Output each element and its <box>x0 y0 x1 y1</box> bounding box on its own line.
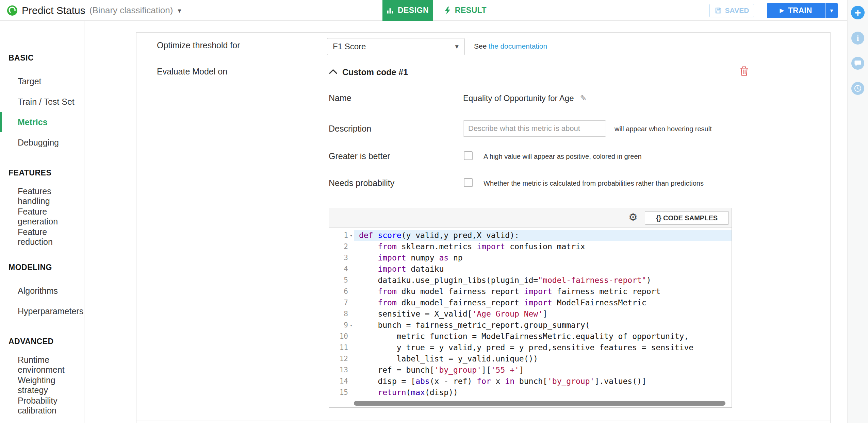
code-line-12[interactable]: 12 label_list = y_valid.unique()) <box>329 353 732 365</box>
sidebar-item-hyperparameters[interactable]: Hyperparameters <box>0 301 84 321</box>
result-icon <box>444 6 451 15</box>
code-line-4[interactable]: 4 import dataiku <box>329 264 732 275</box>
plus-icon: + <box>855 7 861 18</box>
title-caret-icon[interactable]: ▾ <box>178 6 181 15</box>
doc-prefix: See <box>474 42 487 50</box>
sidebar-item-probability-calibration[interactable]: Probability calibration <box>0 395 84 416</box>
code-fold-icon[interactable]: ▾ <box>348 320 354 331</box>
code-text: ref = bunch['by_group']['55 +'] <box>354 365 732 376</box>
code-line-6[interactable]: 6 from dku_model_fairness_report import … <box>329 286 732 297</box>
design-icon <box>387 7 394 14</box>
needs-probability-hint: Whether the metric is calculated from pr… <box>484 180 704 187</box>
tab-result[interactable]: RESULT <box>440 0 491 21</box>
tab-design-label: DESIGN <box>398 6 429 15</box>
line-number: 14 <box>329 376 348 387</box>
sidebar-section-title: BASIC <box>0 45 84 71</box>
train-options-button[interactable]: ▾ <box>825 3 838 18</box>
sidebar-item-feature-generation[interactable]: Feature generation <box>0 206 84 227</box>
code-line-9[interactable]: 9▾ bunch = fairness_metric_report.group_… <box>329 320 732 331</box>
line-number: 9 <box>329 320 348 331</box>
comment-icon <box>854 60 862 67</box>
code-text: bunch = fairness_metric_report.group_sum… <box>354 320 732 331</box>
code-line-11[interactable]: 11 y_true = y_valid,y_pred = y_pred,sens… <box>329 342 732 353</box>
code-fold-spacer <box>348 387 354 398</box>
code-fold-spacer <box>348 252 354 264</box>
code-text: from dku_model_fairness_report import Mo… <box>354 297 732 308</box>
select-caret-icon: ▼ <box>454 44 460 50</box>
sidebar-item-target[interactable]: Target <box>0 71 84 91</box>
code-line-1[interactable]: 1▾def score(y_valid,y_pred,X_valid): <box>329 230 732 241</box>
code-fold-spacer <box>348 241 354 252</box>
custom-code-title: Custom code #1 <box>342 67 408 77</box>
comments-button[interactable] <box>851 57 864 70</box>
sidebar-section-title: MODELING <box>0 254 84 281</box>
sidebar-section: ADVANCEDRuntime environmentWeighting str… <box>0 328 84 416</box>
documentation-link[interactable]: the documentation <box>488 42 547 50</box>
greater-is-better-label: Greater is better <box>329 151 390 161</box>
code-line-15[interactable]: 15 return(max(disp)) <box>329 387 732 398</box>
code-text: return(max(disp)) <box>354 387 732 398</box>
caret-down-icon: ▾ <box>830 7 833 14</box>
sidebar-item-metrics[interactable]: Metrics <box>0 112 84 132</box>
code-line-7[interactable]: 7 from dku_model_fairness_report import … <box>329 297 732 308</box>
horizontal-scrollbar[interactable] <box>354 401 725 406</box>
delete-metric-button[interactable] <box>739 66 749 76</box>
evaluate-model-label: Evaluate Model on <box>157 67 227 77</box>
clock-icon <box>854 85 862 92</box>
editor-settings-gear-icon[interactable]: ⚙ <box>628 212 638 222</box>
greater-is-better-checkbox[interactable] <box>464 151 473 160</box>
sidebar-sections: BASICTargetTrain / Test SetMetricsDebugg… <box>0 45 84 416</box>
code-fold-spacer <box>348 275 354 286</box>
sidebar-item-feature-reduction[interactable]: Feature reduction <box>0 227 84 247</box>
sidebar-item-train-test-set[interactable]: Train / Test Set <box>0 91 84 112</box>
code-line-13[interactable]: 13 ref = bunch['by_group']['55 +'] <box>329 365 732 376</box>
code-text: import dataiku <box>354 264 732 275</box>
sidebar-item-algorithms[interactable]: Algorithms <box>0 281 84 301</box>
line-number: 13 <box>329 365 348 376</box>
sidebar-section: MODELINGAlgorithmsHyperparameters <box>0 254 84 321</box>
code-fold-spacer <box>348 308 354 320</box>
line-number: 8 <box>329 308 348 320</box>
add-button[interactable]: + <box>851 6 865 19</box>
needs-probability-checkbox[interactable] <box>464 178 473 187</box>
right-utility-strip: + i <box>847 0 868 423</box>
code-samples-button[interactable]: {} CODE SAMPLES <box>645 211 729 225</box>
info-icon: i <box>857 34 859 43</box>
saved-button[interactable]: SAVED <box>709 4 754 17</box>
history-button[interactable] <box>851 82 864 95</box>
edit-name-button[interactable]: ✎ <box>580 94 587 103</box>
code-line-5[interactable]: 5 dataiku.use_plugin_libs(plugin_id="mod… <box>329 275 732 286</box>
code-line-3[interactable]: 3 import numpy as np <box>329 252 732 264</box>
code-text: y_true = y_valid,y_pred = y_pred,sensiti… <box>354 342 732 353</box>
code-area[interactable]: 1▾def score(y_valid,y_pred,X_valid):2 fr… <box>329 228 732 408</box>
collapse-section-button[interactable] <box>329 69 338 75</box>
sidebar-item-runtime-environment[interactable]: Runtime environment <box>0 355 84 375</box>
greater-is-better-hint: A high value will appear as positive, co… <box>484 153 642 160</box>
code-line-10[interactable]: 10 metric_function = ModelFairnessMetric… <box>329 331 732 342</box>
optimize-metric-select[interactable]: F1 Score ▼ <box>327 38 465 55</box>
code-line-2[interactable]: 2 from sklearn.metrics import confusion_… <box>329 241 732 252</box>
code-line-8[interactable]: 8 sensitive = X_valid['Age Group New'] <box>329 308 732 320</box>
metric-name-row: Equality of Opportunity for Age ✎ <box>463 94 587 103</box>
sidebar-item-debugging[interactable]: Debugging <box>0 132 84 153</box>
sidebar-item-weighting-strategy[interactable]: Weighting strategy <box>0 375 84 395</box>
code-fold-icon[interactable]: ▾ <box>348 230 354 241</box>
train-button[interactable]: ▶ TRAIN <box>767 3 825 18</box>
dataiku-logo-icon[interactable] <box>7 5 18 16</box>
line-number: 5 <box>329 275 348 286</box>
save-icon <box>715 7 722 14</box>
code-text: import numpy as np <box>354 252 732 264</box>
metric-name-value: Equality of Opportunity for Age <box>463 94 574 103</box>
sidebar-item-features-handling[interactable]: Features handling <box>0 186 84 206</box>
metrics-settings-panel: Optimize threshold for F1 Score ▼ Seethe… <box>136 32 831 423</box>
info-button[interactable]: i <box>851 32 864 45</box>
code-line-14[interactable]: 14 disp = [abs(x - ref) for x in bunch['… <box>329 376 732 387</box>
documentation-note: Seethe documentation <box>474 42 547 50</box>
tab-design[interactable]: DESIGN <box>382 0 433 21</box>
code-fold-spacer <box>348 264 354 275</box>
train-button-label: TRAIN <box>788 6 812 15</box>
line-number: 3 <box>329 252 348 264</box>
top-bar: Predict Status (Binary classification) ▾… <box>0 0 847 21</box>
code-text: metric_function = ModelFairnessMetric.eq… <box>354 331 732 342</box>
description-input[interactable] <box>463 120 606 137</box>
